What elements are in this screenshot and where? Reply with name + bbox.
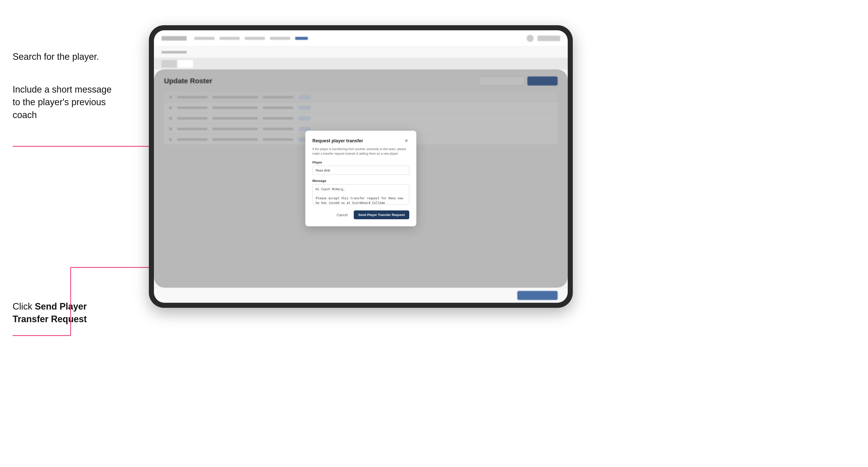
bottom-bar (154, 288, 568, 303)
send-transfer-request-button[interactable]: Send Player Transfer Request (354, 210, 409, 219)
breadcrumb-item (161, 51, 187, 54)
modal-overlay: Request player transfer ✕ If the player … (154, 69, 568, 288)
nav-item-active (295, 37, 308, 40)
breadcrumb-bar (154, 47, 568, 58)
player-search-input[interactable] (312, 166, 409, 175)
message-field-label: Message (312, 179, 409, 183)
tablet-device: Update Roster (149, 25, 573, 308)
app-logo (161, 36, 187, 41)
user-avatar (527, 35, 534, 42)
header-right (527, 35, 560, 42)
annotation-message-text: Include a short messageto the player's p… (12, 83, 131, 121)
modal-description: If the player is transferring from anoth… (312, 147, 409, 156)
annotation-search-text: Search for the player. (12, 51, 99, 63)
player-field-label: Player (312, 160, 409, 164)
nav-item-1 (194, 37, 215, 40)
modal-title-row: Request player transfer ✕ (312, 138, 409, 144)
modal-dialog: Request player transfer ✕ If the player … (305, 131, 416, 226)
header-action-btn (537, 36, 560, 41)
modal-close-button[interactable]: ✕ (403, 138, 409, 144)
message-textarea[interactable]: Hi Coach McHarg, Please accept this tran… (312, 184, 409, 205)
save-button-bottom (517, 291, 558, 300)
tablet-screen: Update Roster (154, 30, 568, 303)
modal-actions: Cancel Send Player Transfer Request (312, 210, 409, 219)
app-header (154, 30, 568, 47)
nav-item-3 (245, 37, 265, 40)
nav-item-4 (270, 37, 290, 40)
sub-nav-tab-1 (161, 60, 177, 68)
header-nav (194, 37, 519, 40)
annotation-click-text: Click Send PlayerTransfer Request (12, 300, 87, 326)
cancel-button[interactable]: Cancel (334, 211, 351, 219)
nav-item-2 (219, 37, 240, 40)
sub-nav (154, 58, 568, 69)
modal-title: Request player transfer (312, 138, 363, 144)
screen-body: Update Roster (154, 69, 568, 288)
sub-nav-tab-active (178, 60, 193, 68)
